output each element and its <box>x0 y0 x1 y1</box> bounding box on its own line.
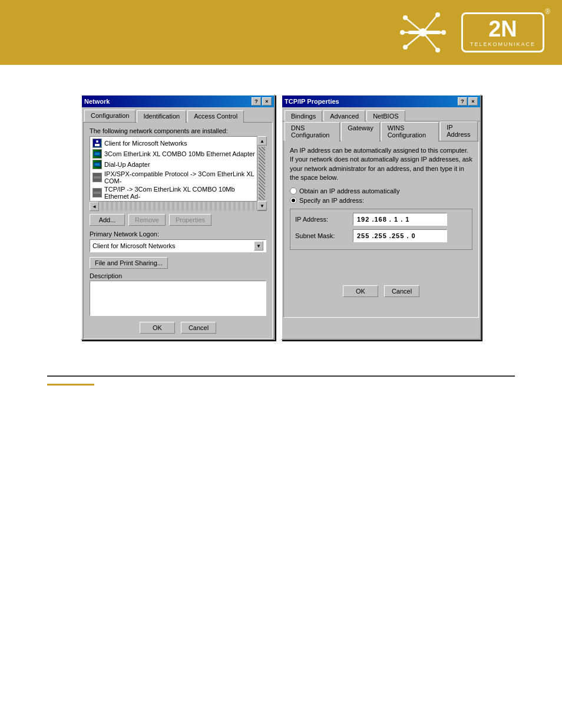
add-button[interactable]: Add... <box>90 214 125 226</box>
main-content: Network ? × Configuration Identification… <box>0 65 562 397</box>
svg-point-11 <box>403 45 408 50</box>
network-close-button[interactable]: × <box>262 97 272 106</box>
component-label: 3Com EtherLink XL COMBO 10Mb Ethernet Ad… <box>104 150 255 157</box>
description-box <box>90 281 266 316</box>
tcpip-ok-button[interactable]: OK <box>343 285 378 297</box>
logo-text: 2N <box>488 18 517 40</box>
list-item: Dial-Up Adapter <box>91 159 256 170</box>
network-tab-bar: Configuration Identification Access Cont… <box>82 107 274 122</box>
tcpip-tab-bar-row2: DNS Configuration Gateway WINS Configura… <box>282 121 480 141</box>
logo-2n: 2N TELEKOMUNIKACE <box>461 12 544 52</box>
ip-address-row: IP Address: 192 .168 . 1 . 1 <box>295 213 467 226</box>
network-titlebar: Network ? × <box>82 95 274 107</box>
scroll-thumb[interactable] <box>259 147 265 200</box>
file-sharing-section: File and Print Sharing... <box>90 257 266 269</box>
network-tab-content: The following network components are ins… <box>83 122 273 339</box>
logo-subtitle: TELEKOMUNIKACE <box>470 41 535 47</box>
tab-dns-config[interactable]: DNS Configuration <box>285 122 340 141</box>
components-listbox[interactable]: Client for Microsoft Networks 3Com Ether… <box>90 136 266 201</box>
network-cancel-button[interactable]: Cancel <box>181 322 216 334</box>
dropdown-arrow-icon: ▼ <box>254 241 263 251</box>
component-buttons: Add... Remove Properties <box>90 214 266 226</box>
ip-address-label: IP Address: <box>295 216 348 223</box>
network-hub-icon <box>396 6 449 59</box>
tcpip-dialog-title: TCP/IP Properties <box>285 98 339 105</box>
screenshots-area: Network ? × Configuration Identification… <box>24 94 538 340</box>
components-listbox-container: Client for Microsoft Networks 3Com Ether… <box>90 136 266 210</box>
radio-specify-icon <box>290 197 297 204</box>
ip-address-input[interactable]: 192 .168 . 1 . 1 <box>353 213 447 226</box>
tab-wins-config[interactable]: WINS Configuration <box>381 122 439 141</box>
radio-specify-ip[interactable]: Specify an IP address: <box>290 197 472 204</box>
svg-rect-16 <box>95 144 100 146</box>
svg-point-9 <box>441 30 446 35</box>
dialup-icon <box>92 160 102 169</box>
dropdown-value: Client for Microsoft Networks <box>92 242 176 249</box>
component-label: TCP/IP -> 3Com EtherLink XL COMBO 10Mb E… <box>104 186 255 200</box>
svg-point-10 <box>435 48 440 52</box>
scroll-down-arrow[interactable]: ▼ <box>257 201 267 210</box>
network-client-icon <box>92 139 102 148</box>
bottom-section <box>24 375 538 386</box>
installed-label: The following network components are ins… <box>90 127 266 134</box>
tcpip-titlebar-buttons: ? × <box>458 97 478 106</box>
tcpip-protocol-icon <box>92 188 102 197</box>
bottom-orange-accent <box>47 384 94 386</box>
file-sharing-button[interactable]: File and Print Sharing... <box>90 257 168 269</box>
primary-logon-section: Primary Network Logon: Client for Micros… <box>90 230 266 252</box>
svg-point-15 <box>96 140 98 143</box>
tcpip-titlebar: TCP/IP Properties ? × <box>282 95 480 107</box>
list-item: 3Com EtherLink XL COMBO 10Mb Ethernet Ad… <box>91 149 256 159</box>
component-label: Dial-Up Adapter <box>104 161 150 168</box>
tcpip-help-button[interactable]: ? <box>458 97 467 106</box>
tcpip-tab-content: An IP address can be automatically assig… <box>283 141 479 318</box>
list-item: TCP/IP -> 3Com EtherLink XL COMBO 10Mb E… <box>91 185 256 200</box>
description-label: Description <box>90 272 266 279</box>
tab-advanced[interactable]: Advanced <box>323 110 365 121</box>
primary-logon-dropdown[interactable]: Client for Microsoft Networks ▼ <box>90 239 266 252</box>
tab-gateway[interactable]: Gateway <box>341 122 379 141</box>
tab-netbios[interactable]: NetBIOS <box>366 110 405 121</box>
tcpip-tab-bar-row1: Bindings Advanced NetBIOS <box>282 107 480 121</box>
svg-rect-20 <box>95 163 100 166</box>
tab-access-control[interactable]: Access Control <box>187 110 244 123</box>
tab-identification[interactable]: Identification <box>137 110 186 123</box>
registered-symbol: ® <box>545 8 550 16</box>
h-scrollbar[interactable]: ◄ ► <box>90 201 266 210</box>
svg-point-7 <box>403 15 408 20</box>
radio-auto-label: Obtain an IP address automatically <box>299 187 399 195</box>
list-item: Client for Microsoft Networks <box>91 138 256 149</box>
tcpip-cancel-button[interactable]: Cancel <box>384 285 419 297</box>
tab-bindings[interactable]: Bindings <box>285 110 322 121</box>
specify-ip-group: IP Address: 192 .168 . 1 . 1 Subnet Mask… <box>290 209 472 250</box>
scroll-up-arrow[interactable]: ▲ <box>257 136 267 146</box>
svg-point-8 <box>435 12 440 17</box>
svg-rect-22 <box>94 192 101 194</box>
properties-button[interactable]: Properties <box>169 214 211 226</box>
tab-configuration[interactable]: Configuration <box>84 110 135 122</box>
network-dialog-actions: OK Cancel <box>90 322 266 334</box>
radio-auto-ip[interactable]: Obtain an IP address automatically <box>290 187 472 195</box>
network-ok-button[interactable]: OK <box>140 322 175 334</box>
list-item: IPX/SPX-compatible Protocol -> 3Com Ethe… <box>91 170 256 185</box>
scroll-left-arrow[interactable]: ◄ <box>90 202 99 211</box>
svg-rect-21 <box>94 176 101 179</box>
listbox-scrollbar[interactable]: ▲ ▼ <box>257 136 266 210</box>
tcpip-dialog: TCP/IP Properties ? × Bindings Advanced … <box>281 94 481 340</box>
primary-logon-label: Primary Network Logon: <box>90 230 266 238</box>
network-dialog-title: Network <box>84 98 110 105</box>
tcpip-info-text: An IP address can be automatically assig… <box>290 146 472 183</box>
svg-rect-13 <box>408 31 441 34</box>
component-label: Client for Microsoft Networks <box>104 140 187 147</box>
tab-ip-address[interactable]: IP Address <box>440 121 478 141</box>
tcpip-dialog-actions: OK Cancel <box>290 285 472 297</box>
remove-button[interactable]: Remove <box>128 214 166 226</box>
network-help-button[interactable]: ? <box>252 97 261 106</box>
subnet-mask-input[interactable]: 255 .255 .255 . 0 <box>353 229 447 242</box>
tcpip-close-button[interactable]: × <box>468 97 478 106</box>
h-scroll-track <box>99 202 257 210</box>
ip-radio-group: Obtain an IP address automatically Speci… <box>290 187 472 204</box>
subnet-mask-row: Subnet Mask: 255 .255 .255 . 0 <box>295 229 467 242</box>
svg-rect-18 <box>95 153 100 155</box>
radio-auto-icon <box>290 187 297 195</box>
